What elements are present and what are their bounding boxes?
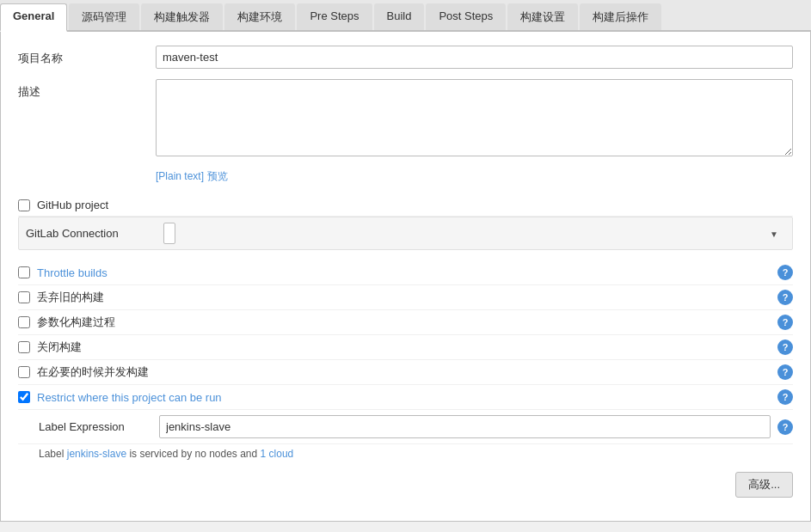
preview-link[interactable]: 预览 [207,170,228,182]
disable-build-help-icon[interactable]: ? [777,339,793,355]
tab-general[interactable]: General [0,3,67,32]
general-panel: 项目名称 描述 [Plain text] 预览 GitHub project G… [0,32,811,522]
info-middle-text: is serviced by no nodes and [129,448,257,460]
throttle-builds-label: Throttle builds [37,266,771,279]
throttle-builds-checkbox[interactable] [18,266,30,278]
project-name-input[interactable] [156,46,793,69]
description-textarea[interactable] [156,79,793,156]
label-expression-label: Label Expression [39,420,159,433]
tab-build-env[interactable]: 构建环境 [224,3,295,30]
project-name-label: 项目名称 [18,46,156,66]
tab-build-settings[interactable]: 构建设置 [507,3,578,30]
restrict-where-row: Restrict where this project can be run ? [18,385,793,410]
tab-build-triggers[interactable]: 构建触发器 [141,3,223,30]
parameterize-label: 参数化构建过程 [37,315,771,330]
parameterize-checkbox[interactable] [18,316,30,328]
info-label-link[interactable]: jenkins-slave [67,448,126,460]
info-prefix: Label [39,448,64,460]
disable-build-checkbox[interactable] [18,341,30,353]
tab-source-mgmt[interactable]: 源码管理 [69,3,139,30]
gitlab-connection-select[interactable] [163,223,175,244]
restrict-where-help-icon[interactable]: ? [777,389,793,405]
advanced-button[interactable]: 高级... [735,472,793,498]
label-expression-wrapper [159,415,771,438]
throttle-builds-help-icon[interactable]: ? [777,265,793,280]
description-row: 描述 [18,79,793,159]
discard-old-row: 丢弃旧的构建 ? [18,285,793,310]
plain-text-row: [Plain text] 预览 [18,169,793,184]
tabs-bar: General 源码管理 构建触发器 构建环境 Pre Steps Build … [0,0,811,32]
label-expression-row: Label Expression ? [18,410,793,444]
concurrent-build-label: 在必要的时候并发构建 [37,364,771,380]
discard-old-help-icon[interactable]: ? [777,290,793,305]
discard-old-checkbox[interactable] [18,291,30,303]
project-name-row: 项目名称 [18,46,793,69]
github-project-label: GitHub project [37,199,793,211]
parameterize-row: 参数化构建过程 ? [18,310,793,335]
discard-old-label: 丢弃旧的构建 [37,290,771,305]
concurrent-build-checkbox[interactable] [18,366,30,378]
throttle-builds-row: Throttle builds ? [18,260,793,285]
tab-pre-steps[interactable]: Pre Steps [297,3,372,30]
parameterize-help-icon[interactable]: ? [777,315,793,330]
tab-post-steps[interactable]: Post Steps [426,3,506,30]
concurrent-build-help-icon[interactable]: ? [777,364,793,380]
description-label: 描述 [18,79,156,100]
tab-build[interactable]: Build [374,3,425,30]
disable-build-row: 关闭构建 ? [18,335,793,360]
description-field-wrapper [156,79,793,159]
gitlab-connection-label: GitLab Connection [26,227,163,240]
label-info-text: Label jenkins-slave is serviced by no no… [18,444,793,463]
concurrent-build-row: 在必要的时候并发构建 ? [18,360,793,385]
github-project-row: GitHub project [18,194,793,217]
restrict-where-label: Restrict where this project can be run [37,391,771,404]
gitlab-select-wrapper [163,223,785,244]
label-expression-help-icon[interactable]: ? [777,419,793,435]
info-cloud-link[interactable]: 1 cloud [261,448,294,460]
project-name-field-wrapper [156,46,793,69]
plain-text-link[interactable]: [Plain text] [156,170,204,182]
tab-post-build[interactable]: 构建后操作 [580,3,661,30]
disable-build-label: 关闭构建 [37,339,771,355]
advanced-row: 高级... [18,463,793,498]
restrict-where-checkbox[interactable] [18,391,30,403]
label-expression-input[interactable] [159,415,771,438]
github-project-checkbox[interactable] [18,199,30,211]
gitlab-connection-row: GitLab Connection [18,217,793,250]
